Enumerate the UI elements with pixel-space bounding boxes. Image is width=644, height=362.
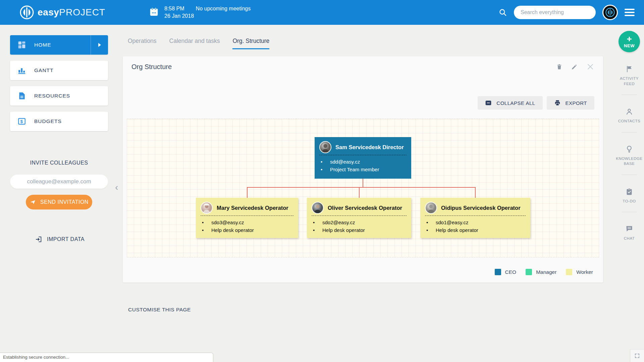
import-data-link[interactable]: IMPORT DATA (35, 236, 118, 243)
gantt-chart-icon (17, 66, 26, 75)
rightbar-item-label: KNOWLEDGE BASE (614, 156, 644, 167)
tab-calendar-and-tasks[interactable]: Calendar and tasks (169, 38, 220, 49)
rightbar-item-todo[interactable]: TO-DO (614, 188, 644, 204)
fullscreen-icon (634, 353, 640, 359)
org-node-name: Sam Servicedesk Director (335, 144, 404, 150)
import-data-label: IMPORT DATA (47, 236, 85, 242)
legend-label: CEO (505, 269, 517, 275)
new-button-label: NEW (624, 43, 635, 48)
svg-text:$: $ (20, 119, 23, 124)
plus-icon: + (627, 35, 632, 43)
divider (201, 216, 293, 216)
org-node-name: Oidipus Servicedesk Operator (441, 205, 521, 211)
fullscreen-toggle[interactable] (630, 349, 644, 362)
clock-time: 8:58 PM (164, 6, 184, 12)
brand-text: easyPROJECT (38, 7, 105, 18)
menu-icon[interactable] (625, 9, 635, 16)
bullet: • (321, 167, 323, 172)
printer-icon (554, 100, 561, 106)
org-structure-panel: Org Structure (123, 56, 603, 283)
tab-operations[interactable]: Operations (128, 38, 157, 49)
rightbar-item-label: CHAT (624, 236, 635, 241)
legend-swatch-ceo (495, 269, 501, 275)
send-invitation-button[interactable]: SEND INVITATION (26, 195, 92, 209)
chat-bubble-icon (625, 225, 633, 233)
dollar-icon: $ (17, 117, 26, 126)
sidebar-item-label: HOME (34, 42, 51, 48)
collapse-all-label: COLLAPSE ALL (496, 100, 535, 106)
org-connector (359, 187, 360, 198)
lightbulb-icon (625, 145, 633, 153)
rightbar-item-label: TO-DO (623, 199, 636, 204)
bullet: • (313, 220, 316, 225)
collapse-all-button[interactable]: COLLAPSE ALL (478, 96, 542, 110)
export-button[interactable]: EXPORT (547, 96, 594, 110)
tab-org-structure[interactable]: Org. Structure (232, 38, 269, 49)
search-input[interactable] (514, 6, 596, 19)
org-node-role: Help desk operator (211, 227, 254, 233)
edit-pencil-icon[interactable] (571, 64, 578, 70)
invite-colleagues-widget: INVITE COLLEAGUES SEND INVITATION (0, 160, 118, 209)
rightbar-item-chat[interactable]: CHAT (614, 225, 644, 241)
document-icon (17, 92, 26, 100)
rightbar-item-knowledge-base[interactable]: KNOWLEDGE BASE (614, 145, 644, 167)
org-connector (247, 187, 475, 188)
legend-label: Worker (576, 269, 593, 275)
sidebar-item-home[interactable]: HOME (10, 35, 108, 55)
person-icon (625, 108, 633, 116)
paper-plane-icon (30, 199, 36, 205)
current-date: 26 Jan 2018 (164, 13, 251, 19)
trash-icon[interactable] (556, 64, 562, 70)
org-node-worker[interactable]: Oidipus Servicedesk Operator •sdo1@easy.… (420, 198, 530, 238)
sidebar-collapse-chevron[interactable]: ‹ (115, 183, 118, 192)
bullet: • (202, 220, 205, 225)
panel-title: Org Structure (131, 63, 172, 71)
avatar-logo-icon (605, 7, 615, 17)
legend-item-worker: Worker (566, 269, 593, 275)
right-sidebar: + NEW ACTIVITY FEED CONTACTS KNOWLEDGE B… (614, 25, 644, 362)
grid-icon (17, 41, 26, 49)
org-node-ceo[interactable]: Sam Servicedesk Director •sdd@easy.cz •P… (315, 137, 411, 179)
rightbar-item-contacts[interactable]: CONTACTS (614, 108, 644, 124)
page-tabs: Operations Calendar and tasks Org. Struc… (123, 25, 614, 49)
org-node-email: sdd@easy.cz (330, 159, 360, 165)
rightbar-item-activity-feed[interactable]: ACTIVITY FEED (614, 65, 644, 86)
org-node-worker[interactable]: Oliver Servicedesk Operator •sdo2@easy.c… (307, 198, 411, 238)
customise-page-link[interactable]: CUSTOMISE THIS PAGE (128, 307, 191, 313)
sidebar-item-label: RESOURCES (34, 93, 70, 99)
invite-email-input[interactable] (10, 175, 108, 189)
new-button[interactable]: + NEW (619, 31, 640, 52)
status-bar: Establishing secure connection... (0, 353, 213, 362)
rightbar-item-label: CONTACTS (618, 119, 640, 124)
close-icon[interactable] (586, 63, 594, 71)
brand-light: PROJECT (59, 7, 105, 17)
calendar-icon (149, 7, 159, 17)
user-avatar[interactable] (602, 5, 618, 20)
org-node-name: Mary Servicedesk Operator (217, 205, 288, 211)
brand-bold: easy (38, 7, 59, 17)
import-icon (35, 236, 42, 243)
sidebar-item-gantt[interactable]: GANTT (10, 61, 108, 80)
clipboard-check-icon (625, 188, 633, 196)
app-logo[interactable]: easyPROJECT (19, 5, 105, 20)
meeting-widget[interactable]: 8:58 PM No upcoming meetings 26 Jan 2018 (149, 6, 251, 19)
org-node-worker[interactable]: Mary Servicedesk Operator •sdo3@easy.cz … (196, 198, 298, 238)
submenu-expand-arrow[interactable] (91, 35, 108, 55)
divider (622, 212, 637, 212)
chart-toolbar: COLLAPSE ALL EXPORT (123, 96, 603, 110)
panel-header: Org Structure (123, 56, 603, 77)
legend-swatch-manager (526, 269, 532, 275)
legend-item-ceo: CEO (495, 269, 517, 275)
sidebar-item-resources[interactable]: RESOURCES (10, 86, 108, 106)
sidebar-item-label: GANTT (34, 67, 54, 73)
search-icon[interactable] (498, 8, 507, 17)
avatar (319, 141, 331, 153)
divider (622, 95, 637, 95)
bullet: • (321, 159, 323, 165)
divider (622, 175, 637, 175)
org-chart-canvas[interactable]: Sam Servicedesk Director •sdd@easy.cz •P… (127, 119, 599, 257)
divider (319, 155, 407, 155)
sidebar-item-budgets[interactable]: $ BUDGETS (10, 112, 108, 131)
collapse-icon (485, 100, 492, 106)
topbar: easyPROJECT 8:58 PM No upcoming meetings… (0, 0, 644, 25)
